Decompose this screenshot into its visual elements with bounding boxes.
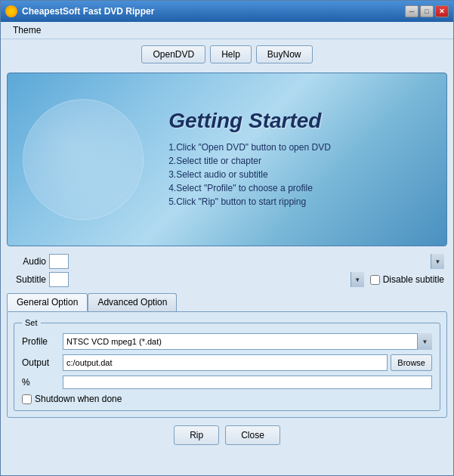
subtitle-select-arrow: ▼ bbox=[351, 272, 364, 287]
profile-select[interactable]: NTSC VCD mpeg1 (*.dat) bbox=[63, 333, 432, 350]
hero-step-2: 2.Select title or chapter bbox=[168, 156, 331, 166]
hero-content: Getting Started 1.Click "Open DVD" butto… bbox=[123, 109, 331, 210]
tab-list: General Option Advanced Option bbox=[7, 293, 447, 311]
menu-theme[interactable]: Theme bbox=[7, 23, 47, 37]
minimize-button[interactable]: ─ bbox=[405, 5, 418, 17]
app-window: CheapestSoft Fast DVD Ripper ─ □ ✕ Theme… bbox=[0, 0, 454, 476]
disable-subtitle-label: Disable subtitle bbox=[383, 274, 444, 285]
percent-row: % bbox=[22, 376, 432, 389]
profile-select-wrapper: NTSC VCD mpeg1 (*.dat) ▼ bbox=[63, 333, 432, 350]
hero-decoration bbox=[23, 99, 144, 220]
output-label: Output bbox=[22, 357, 63, 368]
options-panel: Set Profile NTSC VCD mpeg1 (*.dat) ▼ Out… bbox=[7, 311, 447, 418]
maximize-button[interactable]: □ bbox=[420, 5, 434, 17]
percent-label: % bbox=[22, 377, 63, 388]
titlebar: CheapestSoft Fast DVD Ripper ─ □ ✕ bbox=[1, 1, 453, 22]
toolbar: OpenDVD Help BuyNow bbox=[1, 39, 453, 70]
subtitle-row: Subtitle ▼ Disable subtitle bbox=[10, 272, 444, 287]
progress-bar bbox=[63, 376, 432, 389]
bottom-buttons: Rip Close bbox=[1, 418, 453, 453]
rip-button[interactable]: Rip bbox=[174, 425, 219, 445]
output-row: Output Browse bbox=[22, 354, 432, 371]
hero-step-3: 3.Select audio or subtitle bbox=[168, 169, 331, 180]
subtitle-select[interactable] bbox=[49, 272, 69, 287]
tabs-section: General Option Advanced Option bbox=[1, 293, 453, 311]
subtitle-select-wrapper: ▼ bbox=[49, 272, 364, 287]
disable-subtitle-checkbox[interactable] bbox=[370, 275, 380, 285]
audio-label: Audio bbox=[10, 256, 46, 267]
audio-select-arrow: ▼ bbox=[431, 254, 444, 269]
shutdown-label: Shutdown when done bbox=[35, 394, 122, 404]
app-icon bbox=[5, 5, 17, 17]
hero-step-1: 1.Click "Open DVD" button to open DVD bbox=[168, 142, 331, 153]
hero-step-5: 5.Click "Rip" button to start ripping bbox=[168, 196, 331, 207]
shutdown-row: Shutdown when done bbox=[22, 394, 432, 404]
audio-select-wrapper: ▼ bbox=[49, 254, 444, 269]
window-title: CheapestSoft Fast DVD Ripper bbox=[22, 6, 405, 17]
browse-button[interactable]: Browse bbox=[391, 354, 432, 371]
tab-general-option[interactable]: General Option bbox=[7, 293, 88, 311]
hero-banner: Getting Started 1.Click "Open DVD" butto… bbox=[7, 73, 447, 246]
audio-select[interactable] bbox=[49, 254, 69, 269]
hero-title: Getting Started bbox=[168, 109, 331, 133]
shutdown-checkbox[interactable] bbox=[22, 394, 32, 404]
profile-row: Profile NTSC VCD mpeg1 (*.dat) ▼ bbox=[22, 333, 432, 350]
subtitle-label: Subtitle bbox=[10, 274, 46, 285]
audio-row: Audio ▼ bbox=[10, 254, 444, 269]
window-controls: ─ □ ✕ bbox=[405, 5, 449, 17]
hero-step-4: 4.Select "Profile" to choose a profile bbox=[168, 183, 331, 193]
help-button[interactable]: Help bbox=[210, 45, 252, 63]
close-button[interactable]: ✕ bbox=[435, 5, 449, 17]
menubar: Theme bbox=[1, 22, 453, 39]
tab-advanced-option[interactable]: Advanced Option bbox=[88, 293, 177, 311]
audio-section: Audio ▼ Subtitle ▼ Disable subtitle bbox=[1, 249, 453, 293]
buy-now-button[interactable]: BuyNow bbox=[256, 45, 313, 63]
set-fieldset: Set Profile NTSC VCD mpeg1 (*.dat) ▼ Out… bbox=[14, 318, 440, 411]
disable-subtitle-group: Disable subtitle bbox=[370, 274, 444, 285]
profile-label: Profile bbox=[22, 336, 63, 347]
output-input[interactable] bbox=[63, 354, 388, 371]
set-legend: Set bbox=[22, 318, 41, 327]
open-dvd-button[interactable]: OpenDVD bbox=[141, 45, 205, 63]
close-app-button[interactable]: Close bbox=[225, 425, 280, 445]
